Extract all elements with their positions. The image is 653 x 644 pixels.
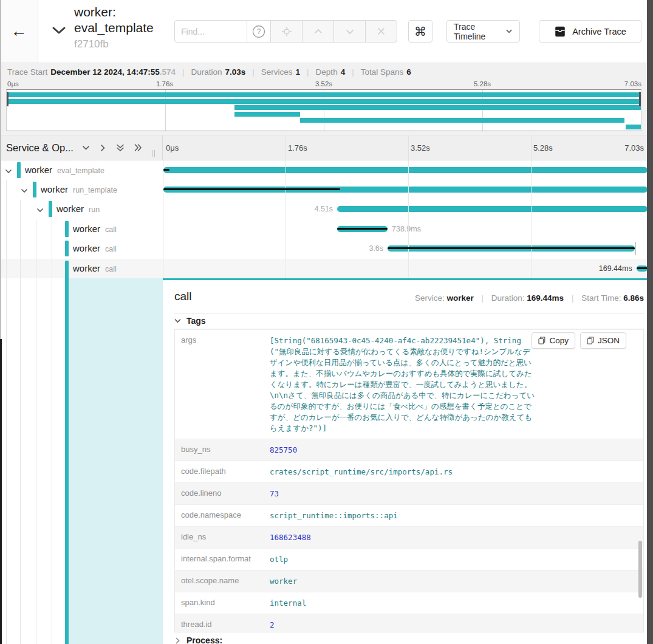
minimap-span-bar: [7, 99, 641, 104]
collapse-one-icon[interactable]: [81, 143, 91, 152]
span-operation-label: run_template: [73, 186, 117, 194]
tag-row[interactable]: thread.id2: [175, 614, 643, 632]
tags-section-header[interactable]: Tags: [174, 316, 206, 326]
services-label: Services: [261, 67, 293, 77]
minimap-span-bar: [626, 125, 641, 129]
span-bar-cell[interactable]: 738.9ms: [163, 219, 648, 239]
process-section-header[interactable]: Process:: [174, 635, 222, 644]
minimap-tick: 7.03s: [624, 80, 641, 87]
tag-row[interactable]: busy_ns825750: [175, 439, 643, 461]
page-scrollbar[interactable]: [647, 0, 653, 644]
archive-icon: [554, 26, 566, 37]
span-color-chip: [65, 241, 69, 256]
span-row[interactable]: workereval_template: [0, 160, 653, 180]
find-bar: ?: [174, 20, 397, 43]
span-operation-label: call: [105, 265, 117, 273]
column-resize-handle[interactable]: [151, 150, 156, 157]
expand-one-icon[interactable]: [98, 143, 108, 152]
span-service-name[interactable]: workerrun: [56, 204, 100, 214]
total-spans-label: Total Spans: [361, 67, 404, 77]
timeline-tick: 5.28s: [533, 143, 553, 152]
selected-span-color-bar: [65, 261, 69, 644]
tag-key: otel.scope.name: [181, 576, 270, 587]
span-row[interactable]: workercall738.9ms: [0, 219, 653, 239]
archive-trace-button[interactable]: Archive Trace: [539, 20, 641, 43]
span-start-value: 6.86s: [623, 293, 644, 303]
span-bar-cell[interactable]: [163, 160, 648, 180]
span-color-chip: [17, 162, 21, 178]
json-button[interactable]: JSON: [580, 332, 626, 349]
tag-row[interactable]: idle_ns168623488: [175, 526, 643, 548]
find-next-button[interactable]: [333, 20, 366, 43]
minimap-span-bar: [234, 112, 301, 117]
span-row[interactable]: workerrun4.51s: [0, 199, 653, 219]
tag-row[interactable]: code.filepathcrates/script_runtime/src/i…: [175, 461, 643, 482]
span-operation-name: call: [174, 290, 192, 303]
span-color-chip: [49, 201, 52, 217]
timeline-tick: 1.76s: [288, 143, 307, 152]
tag-key: code.lineno: [181, 488, 270, 499]
trace-start-value: December 12 2024, 14:47:55: [50, 67, 159, 77]
duration-value: 7.03s: [225, 67, 246, 77]
back-button[interactable]: ←: [0, 0, 38, 63]
span-expand-chevron-icon[interactable]: [4, 167, 13, 176]
svg-text:?: ?: [257, 27, 261, 36]
tag-row[interactable]: internal.span.formatotlp: [175, 548, 643, 570]
left-scrollbar-track[interactable]: [0, 0, 1, 339]
tag-key: code.namespace: [181, 510, 270, 521]
collapse-all-icon[interactable]: [115, 143, 125, 152]
minimap-tick: 3.52s: [315, 80, 332, 87]
tag-row[interactable]: otel.scope.nameworker: [175, 570, 643, 592]
tag-row[interactable]: code.namespacescript_runtime::imports::a…: [175, 504, 643, 526]
find-help-button[interactable]: ?: [247, 20, 271, 43]
view-type-select[interactable]: Trace Timeline: [446, 20, 520, 43]
trace-title-chevron-down-icon[interactable]: [51, 25, 67, 36]
left-scrollbar-thumb[interactable]: [0, 339, 2, 644]
process-title: Process:: [186, 635, 222, 644]
span-service-name[interactable]: workerrun_template: [41, 184, 117, 194]
span-bar-cell[interactable]: [163, 180, 648, 199]
span-self-time-line: [163, 188, 340, 190]
find-input[interactable]: [174, 20, 247, 43]
span-service-name[interactable]: workercall: [73, 263, 117, 273]
tags-table-scrollbar[interactable]: [638, 541, 642, 598]
trace-title-line1: worker:: [74, 4, 154, 20]
span-operation-label: call: [105, 245, 117, 253]
span-bar-cell[interactable]: 3.6s: [163, 239, 648, 259]
span-expand-chevron-icon[interactable]: [36, 206, 44, 214]
depth-label: Depth: [316, 67, 338, 77]
find-prev-button[interactable]: [302, 20, 334, 43]
minimap-range-handle-left[interactable]: [7, 92, 9, 106]
span-service-name[interactable]: workercall: [73, 224, 117, 234]
page-header: ← worker: eval_template f2710fb ?: [0, 0, 653, 63]
span-service-name[interactable]: workercall: [73, 243, 117, 253]
tag-value: 168623488: [270, 532, 311, 543]
span-detail-panel: call Service: worker | Duration: 169.44m…: [163, 278, 653, 644]
span-expand-chevron-icon[interactable]: [20, 187, 29, 195]
service-operation-header: Service & Op...: [0, 135, 163, 160]
span-row[interactable]: workercall3.6s: [0, 239, 653, 259]
chevron-right-icon: [174, 637, 181, 644]
timeline-tick: 0μs: [166, 143, 179, 152]
span-service-name[interactable]: workereval_template: [25, 165, 104, 175]
minimap-graph[interactable]: [6, 89, 641, 131]
span-bar-cell[interactable]: 4.51s: [163, 199, 648, 219]
find-focus-icon[interactable]: [270, 20, 303, 43]
keyboard-shortcuts-button[interactable]: ⌘: [408, 20, 432, 43]
span-duration-bar[interactable]: [163, 167, 648, 173]
timeline-minimap: 0μs 1.76s 3.52s 5.28s 7.03s: [0, 80, 653, 135]
expand-all-icon[interactable]: [133, 143, 143, 152]
tag-value: script_runtime::imports::api: [270, 510, 398, 521]
span-bar-cell[interactable]: 169.44ms: [163, 259, 648, 278]
copy-button[interactable]: Copy: [532, 332, 575, 349]
span-operation-label: run: [89, 205, 100, 214]
span-row[interactable]: workerrun_template: [0, 180, 653, 199]
tag-row[interactable]: code.lineno73: [175, 482, 643, 504]
find-clear-button[interactable]: [365, 20, 397, 43]
tag-value: internal: [270, 598, 306, 609]
minimap-range-handle-right[interactable]: [639, 92, 641, 106]
depth-value: 4: [341, 67, 346, 77]
span-row[interactable]: workercall169.44ms: [0, 259, 653, 278]
span-duration-bar[interactable]: [337, 206, 648, 212]
tag-row[interactable]: span.kindinternal: [175, 592, 643, 614]
